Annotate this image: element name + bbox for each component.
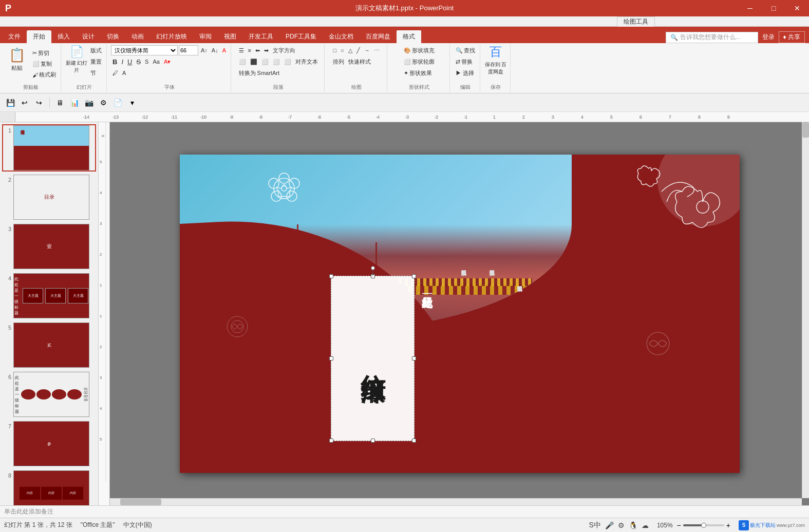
shape-line-button[interactable]: ╱ (355, 45, 362, 55)
justify-button[interactable]: ⬜ (271, 56, 281, 67)
arrange-button[interactable]: 排列 (331, 56, 346, 67)
slide-thumb-4[interactable]: 4 此处是一级标题 大主题 大主题 大主题 (2, 272, 96, 319)
handle-ml[interactable] (329, 356, 333, 360)
tab-format[interactable]: 格式 (397, 29, 421, 43)
shape-outline-button[interactable]: ⬜ 形状轮廓 (402, 56, 436, 67)
slide-canvas[interactable]: 纹漳缎 此处是一级标题 此处添加说明性文案此处添加说明性文案此处 添加说明性文案… (110, 122, 809, 505)
slide-thumb-2[interactable]: 2 目录 (2, 174, 96, 221)
font-color-button[interactable]: A▾ (162, 56, 172, 67)
tab-developer[interactable]: 开发工具 (242, 30, 279, 43)
handle-tr[interactable] (412, 274, 416, 278)
rotate-handle[interactable] (371, 266, 375, 270)
qa-settings-button[interactable]: ⚙ (97, 97, 109, 109)
paste-button[interactable]: 📋 粘贴 (4, 45, 30, 74)
zoom-in-button[interactable]: + (726, 521, 730, 529)
handle-mr[interactable] (412, 356, 416, 360)
align-text-button[interactable]: 对齐文本 (294, 56, 319, 67)
slide-thumb-1[interactable]: 1 纹漳缎 (2, 124, 96, 172)
gear-icon[interactable]: ⚙ (618, 521, 625, 529)
align-center-button[interactable]: ⬛ (249, 56, 259, 67)
slide-thumb-3[interactable]: 3 壹 (2, 223, 96, 270)
format-painter-button[interactable]: 🖌 格式刷 (31, 70, 58, 80)
slide-thumb-7[interactable]: 7 参 (2, 420, 96, 467)
underline-button[interactable]: U (126, 56, 134, 67)
undo-button[interactable]: ↩ (18, 97, 31, 109)
shape-fill-button[interactable]: 🎨 形状填充 (402, 45, 436, 55)
slide-thumb-8[interactable]: 8 内容 内容 内容 (2, 469, 96, 505)
save-baidu-button[interactable]: 百 保存到 百度网盘 (484, 45, 507, 74)
slide-textbox-selected[interactable]: 纹漳缎 (331, 276, 415, 441)
align-right-button[interactable]: ⬜ (260, 56, 270, 67)
shape-circle-button[interactable]: ○ (339, 45, 346, 55)
text-direction-button[interactable]: 文字方向 (271, 45, 297, 55)
tab-transitions[interactable]: 切换 (101, 30, 125, 43)
reset-button[interactable]: 重置 (89, 56, 103, 67)
slide-main[interactable]: 纹漳缎 此处是一级标题 此处添加说明性文案此处添加说明性文案此处 添加说明性文案… (180, 155, 740, 473)
qa-doc-button[interactable]: 📄 (111, 97, 124, 109)
replace-button[interactable]: ⇄ 替换 (454, 56, 474, 67)
tab-animations[interactable]: 动画 (125, 30, 150, 43)
italic-button[interactable]: I (120, 56, 125, 67)
cloud-icon[interactable]: ☁ (642, 521, 649, 529)
decrease-font-button[interactable]: A↓ (210, 45, 220, 55)
scrollbar-vertical[interactable] (802, 122, 809, 498)
copy-button[interactable]: ⬜ 复制 (31, 59, 58, 69)
indent-increase-button[interactable]: ➡ (262, 45, 270, 55)
mic-icon[interactable]: 🎤 (605, 521, 614, 529)
tab-wps[interactable]: 金山文档 (323, 30, 360, 43)
qa-presentation-button[interactable]: 📊 (68, 97, 81, 109)
animals-icon[interactable]: 🐧 (629, 521, 637, 529)
align-left-button[interactable]: ⬜ (237, 56, 248, 67)
zoom-out-button[interactable]: − (677, 521, 681, 529)
bullet-list-button[interactable]: ☰ (237, 45, 246, 55)
notes-bar[interactable]: 单击此处添加备注 (0, 505, 809, 518)
cut-button[interactable]: ✂ 剪切 (31, 48, 58, 59)
handle-br[interactable] (412, 439, 416, 443)
increase-font-button[interactable]: A↑ (199, 45, 209, 55)
shape-effects-button[interactable]: ✦ 形状效果 (402, 68, 434, 78)
tab-review[interactable]: 审阅 (193, 30, 218, 43)
shape-more-button[interactable]: ⋯ (372, 45, 381, 55)
slide-thumb-6[interactable]: 6 此处是一级标题 01 02 03 04 (2, 371, 96, 418)
search-box[interactable]: 🔍 告诉我您想要做什么... (666, 32, 758, 43)
columns-button[interactable]: ⬜ (283, 56, 293, 67)
convert-smartart-button[interactable]: 转换为 SmartArt (237, 68, 281, 78)
share-button[interactable]: ♦ 共享 (779, 31, 805, 43)
font-case-button[interactable]: Aa (151, 56, 161, 67)
tab-file[interactable]: 文件 (2, 30, 27, 43)
qa-more-button[interactable]: ▾ (126, 97, 138, 109)
handle-bc[interactable] (371, 439, 375, 443)
minimize-button[interactable]: ─ (738, 0, 762, 16)
qa-screen-button[interactable]: 🖥 (54, 97, 66, 109)
handle-tl[interactable] (329, 274, 333, 278)
tab-home[interactable]: 开始 (27, 30, 51, 43)
close-button[interactable]: ✕ (785, 0, 809, 16)
strikethrough-button[interactable]: S (135, 56, 142, 67)
zoom-slider[interactable]: − + (677, 521, 730, 529)
slide-thumb-5[interactable]: 5 贰 (2, 321, 96, 369)
tab-view[interactable]: 视图 (218, 30, 242, 43)
spell-check-icon[interactable]: S中 (589, 521, 601, 530)
number-list-button[interactable]: ≡ (247, 45, 253, 55)
select-button[interactable]: ▶ 选择 (454, 68, 476, 78)
shape-arrow-button[interactable]: → (363, 45, 371, 55)
font-color2-button[interactable]: A (121, 68, 127, 78)
bold-button[interactable]: B (111, 56, 119, 67)
indent-decrease-button[interactable]: ⬅ (254, 45, 261, 55)
shape-rect-button[interactable]: □ (331, 45, 338, 55)
layout-button[interactable]: 版式 (89, 45, 103, 55)
save-file-button[interactable]: 💾 (4, 97, 16, 109)
find-button[interactable]: 🔍 查找 (454, 45, 477, 55)
maximize-button[interactable]: □ (762, 0, 785, 16)
redo-button[interactable]: ↪ (33, 97, 45, 109)
tab-slideshow[interactable]: 幻灯片放映 (150, 30, 193, 43)
tab-baidu[interactable]: 百度网盘 (360, 30, 397, 43)
tab-pdf[interactable]: PDF工具集 (279, 30, 323, 43)
section-button[interactable]: 节 (89, 68, 103, 78)
tab-design[interactable]: 设计 (76, 30, 101, 43)
font-name-select[interactable]: 汉仪细秀体简 (111, 45, 178, 55)
qa-photo-button[interactable]: 📷 (83, 97, 95, 109)
clear-format-button[interactable]: A (221, 45, 228, 55)
new-slide-button[interactable]: 📄 新建 幻灯片 (65, 45, 88, 74)
handle-bl[interactable] (329, 439, 333, 443)
